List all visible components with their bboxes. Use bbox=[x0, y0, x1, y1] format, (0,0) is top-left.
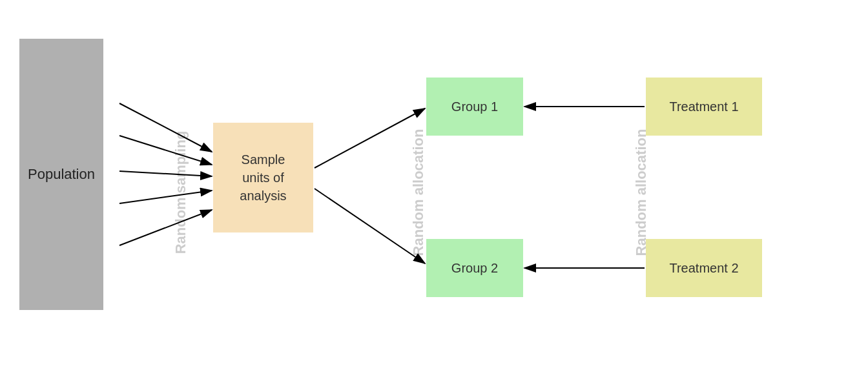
population-box: Population bbox=[19, 39, 103, 310]
random-allocation-1-watermark: Random allocation bbox=[410, 129, 427, 256]
treatment1-label: Treatment 1 bbox=[669, 99, 738, 114]
svg-line-6 bbox=[315, 108, 425, 168]
diagram-container: Population Sampleunits ofanalysis Group … bbox=[0, 0, 868, 372]
group2-box: Group 2 bbox=[426, 239, 523, 297]
svg-line-7 bbox=[315, 189, 425, 264]
svg-line-4 bbox=[119, 191, 212, 203]
treatment1-box: Treatment 1 bbox=[646, 78, 762, 136]
arrows-svg bbox=[0, 0, 868, 372]
group1-box: Group 1 bbox=[426, 78, 523, 136]
treatment2-box: Treatment 2 bbox=[646, 239, 762, 297]
random-sampling-watermark: Random sampling bbox=[172, 131, 189, 254]
population-label: Population bbox=[28, 166, 95, 183]
sample-box: Sampleunits ofanalysis bbox=[213, 123, 313, 232]
sample-label: Sampleunits ofanalysis bbox=[240, 150, 286, 205]
svg-line-5 bbox=[119, 210, 212, 245]
treatment2-label: Treatment 2 bbox=[669, 261, 738, 276]
random-allocation-2-watermark: Random allocation bbox=[633, 129, 650, 256]
svg-line-2 bbox=[119, 136, 212, 165]
svg-line-3 bbox=[119, 171, 212, 176]
svg-line-1 bbox=[119, 103, 212, 152]
group1-label: Group 1 bbox=[451, 99, 498, 114]
group2-label: Group 2 bbox=[451, 261, 498, 276]
